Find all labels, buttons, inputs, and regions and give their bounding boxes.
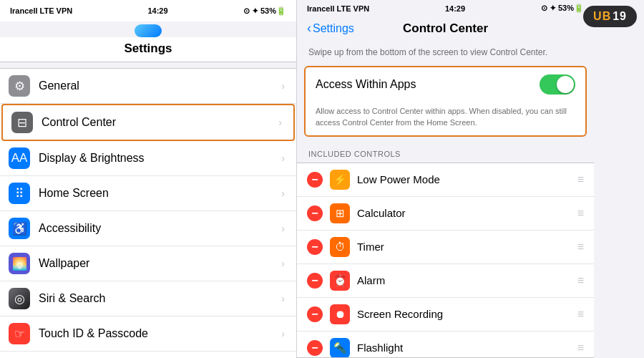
- alarm-icon: ⏰: [330, 271, 350, 291]
- settings-item-wallpaper[interactable]: 🌅Wallpaper›: [0, 246, 296, 281]
- controls-list: −⚡Low Power Mode≡−⊞Calculator≡−⏱Timer≡−⏰…: [297, 163, 594, 358]
- remove-calculator-button[interactable]: −: [307, 205, 323, 221]
- low-power-drag-handle[interactable]: ≡: [577, 173, 584, 186]
- screen-recording-drag-handle[interactable]: ≡: [577, 308, 584, 321]
- settings-item-sos[interactable]: SOSEmergency SOS›: [0, 352, 296, 358]
- watermark-text1: UB: [593, 10, 611, 23]
- display-icon: AA: [9, 147, 30, 169]
- settings-group-main: ⚙General›⊟Control Center›AADisplay & Bri…: [0, 68, 296, 358]
- control-item-flashlight[interactable]: −🔦Flashlight≡: [297, 332, 594, 358]
- settings-list: ⚙General›⊟Control Center›AADisplay & Bri…: [0, 62, 296, 358]
- access-chevron: ›: [281, 223, 285, 234]
- flashlight-icon: 🔦: [330, 338, 350, 358]
- home-chevron: ›: [281, 188, 285, 199]
- general-chevron: ›: [281, 80, 285, 92]
- left-page-title: Settings: [0, 42, 296, 56]
- partial-icon-area: [0, 21, 296, 37]
- low-power-label: Low Power Mode: [357, 173, 577, 185]
- display-label: Display & Brightness: [39, 152, 281, 165]
- control-chevron: ›: [278, 117, 282, 128]
- screen-recording-label: Screen Recording: [357, 308, 577, 320]
- remove-flashlight-button[interactable]: −: [307, 340, 323, 356]
- touchid-chevron: ›: [281, 328, 285, 339]
- calculator-label: Calculator: [357, 207, 577, 219]
- left-status-bar: Irancell LTE VPN 14:29 ⊙ ✦ 53%🔋: [0, 0, 296, 21]
- general-icon: ⚙: [9, 75, 30, 97]
- control-label: Control Center: [42, 116, 278, 129]
- siri-label: Siri & Search: [39, 292, 281, 305]
- siri-icon: ◎: [9, 288, 30, 309]
- flashlight-drag-handle[interactable]: ≡: [577, 342, 584, 354]
- settings-item-general[interactable]: ⚙General›: [0, 69, 296, 104]
- watermark-text2: 19: [613, 10, 627, 23]
- toggle-label: Access Within Apps: [316, 78, 540, 91]
- wallpaper-label: Wallpaper: [39, 257, 281, 270]
- wallpaper-chevron: ›: [281, 258, 285, 269]
- wallpaper-icon: 🌅: [9, 253, 30, 274]
- control-icon: ⊟: [11, 112, 33, 133]
- alarm-drag-handle[interactable]: ≡: [577, 274, 584, 287]
- low-power-icon: ⚡: [330, 170, 350, 190]
- alarm-label: Alarm: [357, 274, 577, 286]
- right-time: 14:29: [445, 4, 465, 13]
- control-item-screen-recording[interactable]: −⏺Screen Recording≡: [297, 298, 594, 332]
- left-carrier: Irancell LTE VPN: [10, 6, 72, 15]
- calculator-drag-handle[interactable]: ≡: [577, 207, 584, 220]
- settings-item-display[interactable]: AADisplay & Brightness›: [0, 141, 296, 176]
- back-label: Settings: [313, 22, 354, 35]
- toggle-description: Allow access to Control Center within ap…: [306, 102, 585, 135]
- control-item-low-power[interactable]: −⚡Low Power Mode≡: [297, 163, 594, 197]
- home-icon: ⠿: [9, 183, 30, 204]
- home-label: Home Screen: [39, 187, 281, 200]
- display-chevron: ›: [281, 153, 285, 164]
- left-time: 14:29: [147, 6, 167, 15]
- right-phone: Irancell LTE VPN 14:29 ⊙ ✦ 53%🔋 ‹ Settin…: [297, 0, 594, 358]
- control-item-timer[interactable]: −⏱Timer≡: [297, 231, 594, 264]
- access-within-apps-row[interactable]: Access Within Apps: [306, 67, 585, 102]
- touchid-icon: ☞: [9, 323, 30, 344]
- access-label: Accessibility: [39, 222, 281, 235]
- right-carrier: Irancell LTE VPN: [307, 4, 369, 13]
- timer-label: Timer: [357, 241, 577, 253]
- settings-item-access[interactable]: ♿Accessibility›: [0, 211, 296, 246]
- right-status-bar: Irancell LTE VPN 14:29 ⊙ ✦ 53%🔋: [297, 0, 594, 16]
- left-phone: Irancell LTE VPN 14:29 ⊙ ✦ 53%🔋 Settings…: [0, 0, 297, 358]
- access-icon: ♿: [9, 218, 30, 239]
- settings-item-control[interactable]: ⊟Control Center›: [1, 104, 295, 141]
- settings-item-siri[interactable]: ◎Siri & Search›: [0, 281, 296, 316]
- flashlight-label: Flashlight: [357, 342, 577, 354]
- control-item-alarm[interactable]: −⏰Alarm≡: [297, 264, 594, 298]
- access-within-apps-toggle[interactable]: [540, 74, 575, 95]
- back-chevron-icon: ‹: [307, 21, 311, 36]
- settings-item-touchid[interactable]: ☞Touch ID & Passcode›: [0, 316, 296, 352]
- control-item-calculator[interactable]: −⊞Calculator≡: [297, 197, 594, 231]
- screen-recording-icon: ⏺: [330, 304, 350, 324]
- hint-text: Swipe up from the bottom of the screen t…: [297, 42, 594, 63]
- settings-item-home[interactable]: ⠿Home Screen›: [0, 176, 296, 211]
- siri-chevron: ›: [281, 293, 285, 304]
- remove-screen-recording-button[interactable]: −: [307, 306, 323, 322]
- remove-alarm-button[interactable]: −: [307, 273, 323, 289]
- toggle-section: Access Within Apps Allow access to Contr…: [304, 66, 587, 137]
- back-button[interactable]: ‹ Settings: [307, 21, 354, 36]
- touchid-label: Touch ID & Passcode: [39, 327, 281, 340]
- watermark-badge: UB 19: [583, 6, 637, 27]
- timer-drag-handle[interactable]: ≡: [577, 241, 584, 253]
- general-label: General: [39, 79, 281, 92]
- right-status-icons: ⊙ ✦ 53%🔋: [541, 4, 584, 13]
- included-controls-header: INCLUDED CONTROLS: [297, 140, 594, 163]
- timer-icon: ⏱: [330, 237, 350, 257]
- left-page-title-bar: Settings: [0, 37, 296, 62]
- remove-low-power-button[interactable]: −: [307, 172, 323, 188]
- right-nav-bar: ‹ Settings Control Center: [297, 16, 594, 42]
- partial-app-icon: [135, 24, 162, 37]
- right-page-title: Control Center: [403, 21, 488, 36]
- remove-timer-button[interactable]: −: [307, 239, 323, 255]
- calculator-icon: ⊞: [330, 203, 350, 223]
- left-status-icons: ⊙ ✦ 53%🔋: [243, 6, 286, 16]
